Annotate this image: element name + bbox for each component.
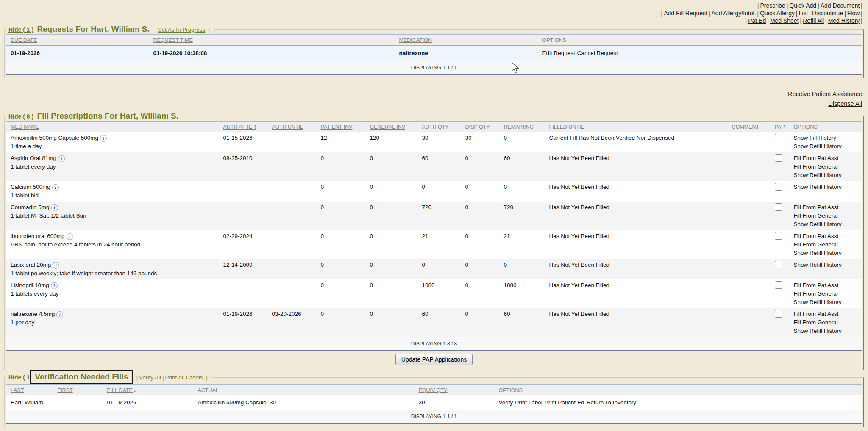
row-option-link[interactable]: Fill From General bbox=[794, 318, 859, 327]
legend-action-link[interactable]: Set As In Progress bbox=[158, 27, 205, 33]
hide-fills-link[interactable]: Hide ( 8 ) bbox=[8, 113, 33, 120]
row-option-link[interactable]: Show Refill History bbox=[794, 249, 859, 257]
update-pap-applications-button[interactable]: Update PAP Applications bbox=[395, 354, 473, 365]
column-header[interactable]: MEDICATION bbox=[395, 35, 538, 46]
row-option-link[interactable]: Fill From General bbox=[794, 212, 859, 220]
row-option-link[interactable]: Fill From Pat Asst bbox=[794, 154, 859, 163]
toolbar-line: |Pat.Ed|Med Sheet|Refill All|Med History… bbox=[0, 17, 864, 25]
requests-legend-actions: |Set As In Progress bbox=[154, 27, 205, 33]
pap-checkbox[interactable] bbox=[775, 183, 782, 191]
info-icon[interactable]: i bbox=[58, 155, 65, 162]
separator: | bbox=[746, 17, 747, 24]
auth-after-cell: 02-29-2024 bbox=[219, 230, 268, 259]
column-header[interactable]: FIRST bbox=[53, 385, 103, 396]
med-line: Coumadin 5mgi bbox=[11, 203, 216, 212]
info-icon[interactable]: i bbox=[51, 282, 58, 289]
toolbar-link[interactable]: List bbox=[799, 10, 808, 17]
legend-action-link[interactable]: Print All Labels bbox=[165, 374, 203, 381]
patient-action-link[interactable]: Dispense All bbox=[0, 99, 862, 109]
column-header[interactable]: EQUIV QTY bbox=[415, 385, 495, 396]
info-icon[interactable]: i bbox=[100, 135, 107, 142]
row-option-link[interactable]: Return To Inventory bbox=[587, 399, 637, 406]
info-icon[interactable]: i bbox=[53, 262, 59, 269]
pap-checkbox[interactable] bbox=[775, 154, 782, 162]
medication-cell: naltrexone bbox=[395, 46, 538, 61]
row-option-link[interactable]: Edit Request bbox=[542, 50, 575, 56]
pap-checkbox[interactable] bbox=[775, 203, 782, 211]
toolbar-link-group: Add Document| bbox=[821, 2, 864, 9]
column-header[interactable]: AUTH AFTER bbox=[219, 122, 268, 133]
row-option-link[interactable]: Show Refill History bbox=[794, 298, 859, 307]
auth-after-cell bbox=[219, 202, 268, 230]
row-option-link[interactable]: Fill From Pat Asst bbox=[794, 310, 859, 318]
toolbar-link[interactable]: Med History bbox=[828, 17, 860, 24]
column-header-label: AUTH QTY bbox=[422, 124, 449, 130]
row-option-link[interactable]: Fill From General bbox=[794, 290, 859, 298]
column-header[interactable]: FILL DATE↓ bbox=[103, 385, 194, 396]
requests-table: DUE DATEREQUEST TIMEMEDICATIONOPTIONS 01… bbox=[6, 34, 862, 75]
column-header[interactable]: REQUEST TIME bbox=[149, 35, 395, 46]
row-option-link[interactable]: Print Label bbox=[515, 399, 542, 406]
request-row[interactable]: 01-19-2026 01-19-2026 10:38:08 naltrexon… bbox=[6, 46, 862, 61]
row-option-link[interactable]: Show Refill History bbox=[794, 261, 859, 269]
toolbar-link[interactable]: Flow bbox=[847, 10, 860, 17]
info-icon[interactable]: i bbox=[51, 204, 58, 211]
pap-checkbox[interactable] bbox=[775, 281, 782, 289]
toolbar-link[interactable]: Pat.Ed bbox=[748, 17, 766, 24]
row-option-link[interactable]: Show Refill History bbox=[794, 171, 859, 180]
med-name: Lasix oral 20mg bbox=[11, 262, 51, 268]
comment-cell bbox=[728, 202, 771, 230]
toolbar-link[interactable]: Quick Add bbox=[789, 2, 816, 9]
separator: | bbox=[818, 2, 819, 9]
patient-links: Receive Patient AssistanceDispense All bbox=[0, 89, 862, 109]
column-header[interactable]: AUTH UNTIL bbox=[268, 122, 317, 133]
toolbar-link[interactable]: Add Fill Request bbox=[664, 10, 707, 17]
row-option-link[interactable]: Show Refill History bbox=[794, 142, 859, 151]
patient-action-link[interactable]: Receive Patient Assistance bbox=[0, 89, 862, 99]
pap-checkbox[interactable] bbox=[775, 261, 782, 268]
toolbar-link[interactable]: Refill All bbox=[803, 17, 824, 24]
separator: | bbox=[796, 10, 798, 17]
column-header-label: REMAINING bbox=[504, 124, 534, 130]
row-option-link[interactable]: Fill From Pat Asst bbox=[794, 232, 859, 240]
auth-qty-cell: 30 bbox=[418, 132, 461, 152]
pap-checkbox[interactable] bbox=[775, 134, 782, 141]
toolbar-link[interactable]: Prescribe bbox=[760, 2, 785, 9]
pap-checkbox[interactable] bbox=[775, 232, 782, 240]
row-option-link[interactable]: Fill From Pat Asst bbox=[794, 203, 859, 212]
row-option-link[interactable]: Fill From General bbox=[794, 240, 859, 249]
row-option-link[interactable]: Fill From Pat Asst bbox=[794, 281, 859, 290]
sort-descending-icon: ↓ bbox=[134, 387, 136, 393]
toolbar-link[interactable]: Quick Allergy bbox=[760, 10, 795, 17]
info-icon[interactable]: i bbox=[67, 233, 73, 240]
row-option-link[interactable]: Show Refill History bbox=[794, 327, 859, 335]
row-option-link[interactable]: Print Patient Ed bbox=[545, 399, 584, 406]
request-time-cell: 01-19-2026 10:38:08 bbox=[149, 46, 395, 61]
row-option-link[interactable]: Show Refill History bbox=[794, 183, 859, 191]
sig-text: PRN pain, not to exceed 4 tablets in 24 … bbox=[11, 240, 216, 249]
column-header[interactable]: DUE DATE bbox=[6, 35, 149, 46]
row-option-link[interactable]: Verify bbox=[499, 399, 513, 406]
row-option-link[interactable]: Show Fill History bbox=[794, 134, 859, 142]
prescription-options: Show Refill History bbox=[794, 183, 859, 191]
row-option-link[interactable]: Cancel Request bbox=[577, 50, 618, 56]
info-icon[interactable]: i bbox=[52, 184, 59, 191]
column-header[interactable]: LAST bbox=[6, 385, 53, 396]
toolbar-link[interactable]: Med Sheet bbox=[770, 17, 799, 24]
row-option-link[interactable]: Show Refill History bbox=[794, 220, 859, 229]
separator: | bbox=[136, 374, 138, 381]
requests-legend: Hide ( 1 ) Requests For Hart, William S.… bbox=[6, 25, 214, 34]
toolbar-link[interactable]: Add Document bbox=[821, 2, 860, 9]
toolbar-link[interactable]: Add Allergy/Intol. bbox=[712, 10, 756, 17]
legend-action-link[interactable]: Verify All bbox=[139, 374, 161, 381]
column-header[interactable]: MED NAME bbox=[6, 122, 219, 133]
column-header[interactable]: GENERAL INV bbox=[366, 122, 418, 133]
hide-requests-link[interactable]: Hide ( 1 ) bbox=[8, 26, 33, 33]
pap-checkbox[interactable] bbox=[775, 310, 782, 318]
row-option-link[interactable]: Fill From General bbox=[794, 163, 859, 171]
sig-text: 1 tablet every day bbox=[11, 163, 216, 171]
column-header[interactable]: PATIENT INV bbox=[317, 122, 366, 133]
toolbar-links: Pat.Ed|Med Sheet|Refill All|Med History| bbox=[748, 17, 864, 24]
info-icon[interactable]: i bbox=[56, 311, 63, 318]
toolbar-link[interactable]: Discontinue bbox=[812, 10, 843, 17]
